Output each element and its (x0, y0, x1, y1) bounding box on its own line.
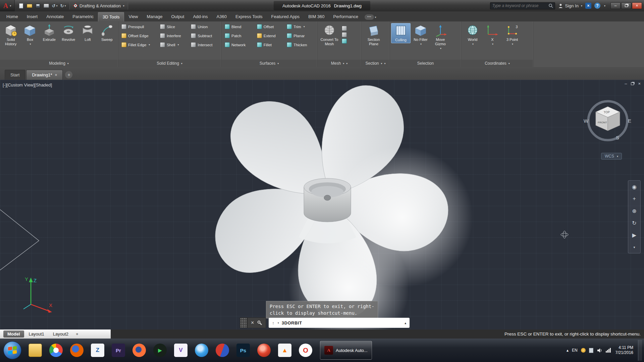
command-line-drag-handle[interactable] (240, 317, 247, 328)
fan-hub[interactable] (299, 178, 356, 243)
culling-button[interactable]: Culling (391, 23, 411, 43)
viewcube-east-label[interactable]: E (628, 118, 631, 124)
application-menu-button[interactable]: A ▾ (0, 0, 15, 11)
offset-edge-button[interactable]: Offset Edge (119, 33, 157, 38)
chevron-down-icon[interactable]: ▾ (512, 42, 513, 46)
chevron-down-icon[interactable]: ▾ (604, 4, 605, 7)
viewport-view-label[interactable]: [-][Custom View][Shaded] (3, 82, 52, 87)
taskbar-chrome[interactable] (47, 340, 65, 360)
recent-commands-icon[interactable]: ↑ (272, 320, 274, 325)
redo-button[interactable]: ↻▾ (60, 3, 66, 8)
taskbar-safari[interactable] (193, 340, 211, 360)
new-drawing-button[interactable] (18, 3, 24, 8)
tab-output[interactable]: Output (167, 12, 189, 21)
tab-home[interactable]: Home (2, 12, 22, 21)
search-input[interactable] (492, 3, 548, 8)
viewcube[interactable]: W E S TOP FRONT (581, 95, 635, 152)
shell-button[interactable]: Shell▾ (158, 42, 188, 47)
viewcube-west-label[interactable]: W (584, 118, 589, 124)
workspace-selector[interactable]: Drafting & Annotation ▾ (69, 2, 128, 10)
close-button[interactable]: × (632, 2, 642, 9)
chevron-down-icon[interactable]: ▾ (278, 321, 279, 324)
chevron-down-icon[interactable]: ▾ (56, 4, 57, 7)
network-button[interactable]: Network (223, 42, 254, 47)
show-hidden-icons-button[interactable]: ▴ (567, 348, 569, 353)
tab-add-ins[interactable]: Add-ins (189, 12, 212, 21)
restore-button[interactable] (621, 2, 631, 9)
world-ucs-button[interactable]: World ▾ (463, 23, 482, 47)
viewport-close-icon[interactable]: × (638, 81, 641, 86)
taskbar-vlc[interactable]: ▲ (276, 340, 294, 360)
command-close-icon[interactable]: × (251, 320, 254, 326)
tab-parametric[interactable]: Parametric (68, 12, 98, 21)
wcs-button[interactable]: WCS ▾ (601, 153, 622, 160)
full-navigation-wheel-button[interactable]: ◉ (630, 183, 638, 191)
layout-tab-layout1[interactable]: Layout1 (25, 330, 48, 338)
extrude-button[interactable]: Extrude (40, 23, 59, 43)
tab-view[interactable]: View (124, 12, 142, 21)
mesh-smooth-more-icon[interactable] (342, 26, 347, 31)
three-point-ucs-button[interactable]: 3 3 Point ▾ (502, 23, 522, 47)
viewcube-south-label[interactable]: S (616, 135, 619, 140)
taskbar-sphere-app[interactable] (213, 340, 231, 360)
thicken-button[interactable]: Thicken (285, 42, 316, 47)
solid-history-button[interactable]: Solid History (1, 23, 20, 47)
convert-to-mesh-button[interactable]: Convert To Mesh (319, 23, 340, 47)
volume-icon[interactable] (597, 348, 602, 353)
minimize-button[interactable]: – (610, 2, 621, 9)
taskbar-browser-orange[interactable] (68, 340, 86, 360)
close-tab-icon[interactable]: × (55, 73, 57, 77)
taskbar-opera[interactable]: O (297, 340, 315, 360)
fillet-button[interactable]: Fillet (255, 42, 284, 47)
undo-button[interactable]: ↺▾ (52, 3, 58, 8)
slice-button[interactable]: Slice (158, 24, 188, 29)
pan-button[interactable]: + (630, 195, 638, 203)
sign-in-button[interactable]: Sign In ▾ (558, 3, 582, 8)
command-input[interactable]: ↑ ▾ 3DORBIT ▴ (269, 318, 410, 328)
taskbar-red-app[interactable] (255, 340, 273, 360)
customize-wrench-icon[interactable] (257, 320, 262, 325)
trim-button[interactable]: Trim▾ (285, 24, 316, 29)
tab-annotate[interactable]: Annotate (42, 12, 68, 21)
offset-button[interactable]: Offset (255, 24, 284, 29)
viewcube-top-label[interactable]: TOP (604, 110, 610, 114)
layout-tab-layout2[interactable]: Layout2 (49, 330, 72, 338)
planar-button[interactable]: Planar (285, 33, 316, 38)
mesh-refine-icon[interactable] (342, 39, 347, 44)
taskbar-clock[interactable]: 4:11 PM 7/21/2016 (614, 345, 633, 355)
intersect-button[interactable]: Intersect (189, 42, 220, 47)
chevron-down-icon[interactable]: ▾ (440, 46, 441, 51)
section-panel-label[interactable]: Section▾ ▾ (362, 60, 389, 67)
taskbar-z-app[interactable]: Z (89, 340, 107, 360)
tray-clipboard-icon[interactable] (589, 348, 593, 353)
help-button[interactable]: ? (594, 3, 600, 9)
command-collapse-icon[interactable]: ▴ (405, 321, 406, 325)
taskbar-photoshop[interactable]: Ps (234, 340, 252, 360)
presspull-button[interactable]: Presspull (119, 24, 157, 29)
viewport-restore-icon[interactable] (631, 82, 634, 85)
viewcube-cube[interactable]: TOP FRONT (596, 107, 620, 131)
extend-button[interactable]: Extend (255, 33, 284, 38)
interfere-button[interactable]: Interfere (158, 33, 188, 38)
move-gizmo-button[interactable]: Move Gizmo ▾ (431, 23, 450, 51)
zoom-button[interactable]: ⊕ (630, 207, 638, 215)
ucs-x-button[interactable]: X ▾ (483, 23, 502, 47)
showmotion-button[interactable]: ▶ (630, 231, 638, 239)
union-button[interactable]: Union (189, 24, 220, 29)
subtract-button[interactable]: Subtract (189, 33, 220, 38)
tab-3d-tools[interactable]: 3D Tools (98, 12, 124, 21)
search-icon[interactable] (548, 3, 553, 8)
tab-manage[interactable]: Manage (142, 12, 167, 21)
viewport-minimize-icon[interactable]: – (625, 81, 627, 86)
open-button[interactable] (26, 3, 33, 8)
language-indicator[interactable]: EN (572, 348, 578, 353)
file-tab-start[interactable]: Start (5, 70, 25, 80)
tab-insert[interactable]: Insert (22, 12, 42, 21)
coordinates-panel-label[interactable]: Coordinates ▾ (462, 60, 533, 67)
taskbar-explorer[interactable] (26, 340, 44, 360)
chevron-down-icon[interactable]: ▾ (149, 43, 150, 46)
loft-button[interactable]: Loft (78, 23, 97, 43)
no-filter-button[interactable]: No Filter ▾ (411, 23, 430, 47)
sweep-button[interactable]: Sweep (98, 23, 116, 43)
tab-bim-360[interactable]: BIM 360 (304, 12, 329, 21)
